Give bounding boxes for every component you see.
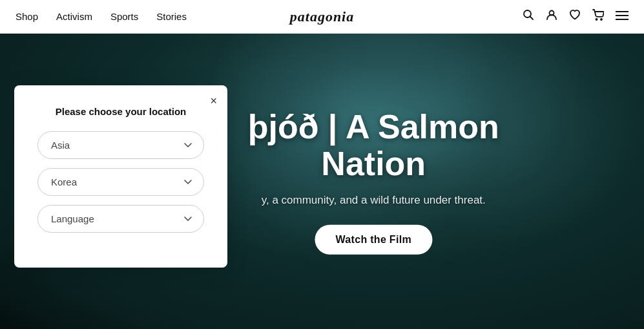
modal-close-button[interactable]: × [210, 94, 217, 108]
nav-shop[interactable]: Shop [16, 11, 38, 22]
account-icon[interactable] [546, 9, 557, 24]
brand-logo[interactable]: patagonia [290, 8, 354, 25]
search-icon[interactable] [523, 9, 534, 24]
country-dropdown-wrapper: Korea Japan China Hong Kong Taiwan [37, 168, 204, 196]
svg-line-1 [530, 17, 534, 20]
language-select[interactable]: Language English Korean Japanese [37, 205, 204, 233]
language-dropdown-wrapper: Language English Korean Japanese [37, 205, 204, 233]
nav-activism[interactable]: Activism [56, 11, 92, 22]
modal-overlay: × Please choose your location Asia Ameri… [0, 34, 644, 329]
navbar: Shop Activism Sports Stories patagonia [0, 0, 644, 34]
cart-icon[interactable] [592, 9, 604, 24]
region-dropdown-wrapper: Asia Americas Europe Oceania [37, 131, 204, 159]
country-select[interactable]: Korea Japan China Hong Kong Taiwan [37, 168, 204, 196]
wishlist-icon[interactable] [569, 9, 581, 24]
menu-icon[interactable] [616, 10, 628, 23]
nav-icons [523, 9, 628, 24]
location-modal: × Please choose your location Asia Ameri… [14, 85, 227, 268]
svg-point-4 [601, 19, 602, 20]
modal-title: Please choose your location [37, 106, 204, 117]
svg-point-3 [596, 19, 597, 20]
region-select[interactable]: Asia Americas Europe Oceania [37, 131, 204, 159]
nav-sports[interactable]: Sports [110, 11, 138, 22]
nav-stories[interactable]: Stories [156, 11, 187, 22]
nav-links: Shop Activism Sports Stories [16, 11, 187, 22]
